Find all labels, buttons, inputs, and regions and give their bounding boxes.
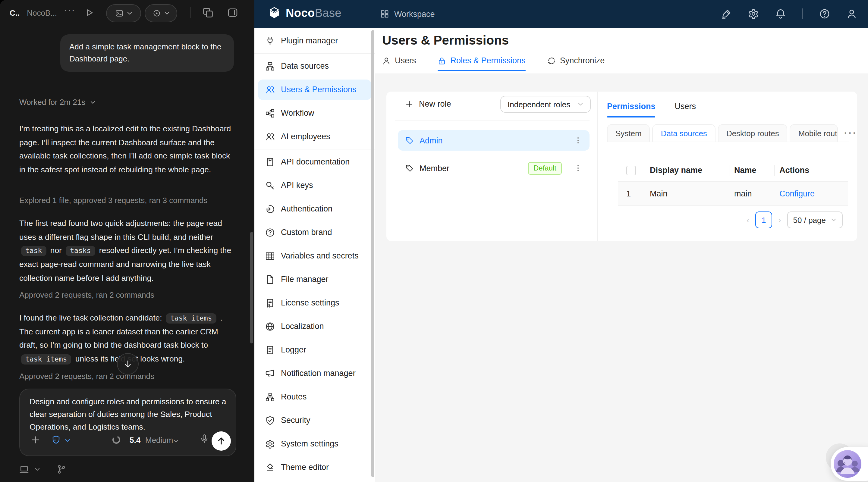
kebab-menu-icon[interactable] — [574, 136, 582, 144]
send-button[interactable] — [212, 431, 231, 451]
sidebar-item-localization[interactable]: Localization — [254, 315, 375, 338]
run-icon[interactable] — [84, 8, 94, 18]
table-header-row: Display name Name Actions — [618, 159, 848, 182]
activity-status: Explored 1 file, approved 3 requests, ra… — [19, 196, 207, 205]
sidebar-scrollbar[interactable] — [371, 30, 374, 477]
ui-editor-pen-icon[interactable] — [721, 8, 732, 19]
role-scope-select[interactable]: Independent roles — [500, 96, 591, 113]
tab-permissions[interactable]: Permissions — [607, 102, 655, 118]
chevron-down-icon[interactable] — [64, 438, 70, 444]
kebab-menu-icon[interactable] — [574, 164, 582, 172]
subtab-system[interactable]: System — [607, 124, 650, 142]
page-number-button[interactable]: 1 — [755, 212, 772, 228]
sidebar-item-plugin-manager[interactable]: Plugin manager — [254, 29, 375, 53]
next-page-icon[interactable]: › — [778, 215, 781, 225]
sidebar-item-ai-employees[interactable]: AI employees — [254, 125, 375, 148]
main-content: Users & Permissions Users Roles & Permis… — [375, 28, 868, 482]
person-icon — [382, 56, 391, 65]
cube-logo-icon — [267, 6, 281, 21]
role-item-admin[interactable]: Admin — [398, 130, 590, 151]
tab-synchronize[interactable]: Synchronize — [547, 56, 605, 71]
tab-users[interactable]: Users — [382, 56, 416, 71]
sidebar-item-label: Data sources — [281, 61, 329, 70]
sidebar-item-notification-manager[interactable]: Notification manager — [254, 361, 375, 385]
subtab-overflow-icon[interactable]: ··· — [844, 128, 858, 138]
chevron-down-icon — [126, 10, 132, 16]
prompt-input[interactable]: Design and configure roles and permissio… — [30, 396, 227, 433]
subtab-desktop-routes[interactable]: Desktop routes — [718, 124, 787, 142]
permissions-mode-icon[interactable] — [51, 435, 61, 445]
tab-roles-permissions[interactable]: Roles & Permissions — [438, 56, 526, 71]
activity-status: Approved 2 requests, ran 2 commands — [19, 290, 154, 299]
sidebar-item-theme-editor[interactable]: Theme editor — [254, 455, 375, 479]
worked-duration-label: Worked for 2m 21s — [19, 98, 85, 107]
inline-code-chip: task_items — [166, 313, 216, 324]
text-segment: nor — [50, 246, 62, 255]
sidebar-item-workflow[interactable]: Workflow — [254, 101, 375, 125]
nocobase-logo[interactable]: NocoBase — [267, 6, 341, 21]
table-row[interactable]: 1 Main main Configure — [618, 182, 848, 206]
sidebar-item-license-settings[interactable]: License settings — [254, 291, 375, 315]
sidebar-item-system-settings[interactable]: System settings — [254, 432, 375, 455]
help-icon[interactable] — [819, 8, 830, 19]
microphone-button[interactable] — [199, 434, 209, 444]
sidebar-item-users-permissions[interactable]: Users & Permissions — [258, 79, 371, 100]
sidebar-item-security[interactable]: Security — [254, 409, 375, 432]
sidebar-item-routes[interactable]: Routes — [254, 385, 375, 409]
subtab-mobile-routes[interactable]: Mobile rout — [790, 124, 838, 142]
copy-icon[interactable] — [203, 7, 213, 18]
sidebar-item-authentication[interactable]: Authentication — [254, 197, 375, 221]
prev-page-icon[interactable]: ‹ — [747, 215, 749, 225]
navbar-actions — [721, 0, 857, 28]
chevron-down-icon — [831, 217, 837, 223]
question-circle-icon — [265, 227, 275, 237]
effort-level-label[interactable]: Medium — [145, 436, 173, 445]
pagination: ‹ 1 › 50 / page — [618, 212, 848, 228]
target-selector-button[interactable] — [145, 4, 177, 22]
document-lines-icon — [265, 345, 275, 355]
user-avatar-icon[interactable] — [846, 8, 857, 19]
attach-button[interactable] — [31, 435, 40, 445]
sidebar-item-api-documentation[interactable]: API documentation — [254, 150, 375, 173]
sidebar-item-data-sources[interactable]: Data sources — [254, 54, 375, 78]
subtab-data-sources[interactable]: Data sources — [652, 124, 715, 142]
chat-scrollbar[interactable] — [250, 232, 253, 344]
git-branch-icon[interactable] — [57, 464, 66, 474]
sidebar-item-file-manager[interactable]: File manager — [254, 267, 375, 291]
navbar-divider — [802, 8, 803, 19]
select-all-checkbox[interactable] — [626, 165, 636, 175]
assistant-paragraph: The first read found two quick adjustmen… — [19, 217, 238, 285]
chat-footer — [19, 464, 66, 474]
ai-employee-fab[interactable] — [831, 447, 868, 481]
chevron-down-icon — [578, 101, 584, 107]
sidebar-item-custom-brand[interactable]: Custom brand — [254, 221, 375, 244]
chevron-down-icon[interactable] — [173, 438, 179, 444]
tab-role-users[interactable]: Users — [675, 102, 696, 118]
model-version-label[interactable]: 5.4 — [130, 436, 141, 445]
cell-name: main — [729, 189, 774, 198]
sidebar-item-api-keys[interactable]: API keys — [254, 173, 375, 197]
prompt-composer[interactable]: Design and configure roles and permissio… — [19, 389, 236, 456]
more-menu-icon[interactable]: ··· — [64, 6, 76, 15]
page-size-select[interactable]: 50 / page — [787, 212, 843, 228]
page-title: Users & Permissions — [382, 33, 509, 47]
worked-duration-toggle[interactable]: Worked for 2m 21s — [19, 98, 96, 107]
panel-toggle-icon[interactable] — [227, 7, 238, 18]
gear-icon[interactable] — [748, 8, 759, 19]
configure-link[interactable]: Configure — [779, 189, 815, 198]
role-item-member[interactable]: Member Default — [398, 158, 590, 178]
user-message-bubble: Add a simple task management block to th… — [60, 34, 234, 72]
target-icon — [152, 9, 161, 18]
new-role-button[interactable]: New role — [405, 99, 451, 108]
workspace-switcher[interactable]: Workspace — [380, 0, 435, 28]
inline-code-chip: task — [21, 246, 46, 256]
sidebar-item-logger[interactable]: Logger — [254, 338, 375, 361]
terminal-selector-button[interactable] — [106, 4, 141, 22]
sidebar-item-variables-secrets[interactable]: Variables and secrets — [254, 244, 375, 267]
device-icon[interactable] — [19, 464, 29, 474]
chat-tab-short[interactable]: C.. — [10, 8, 20, 18]
chevron-down-icon[interactable] — [34, 466, 40, 472]
chat-tab-title[interactable]: NocoB... — [27, 8, 57, 18]
bell-icon[interactable] — [775, 8, 786, 19]
scroll-to-bottom-button[interactable] — [117, 353, 138, 375]
